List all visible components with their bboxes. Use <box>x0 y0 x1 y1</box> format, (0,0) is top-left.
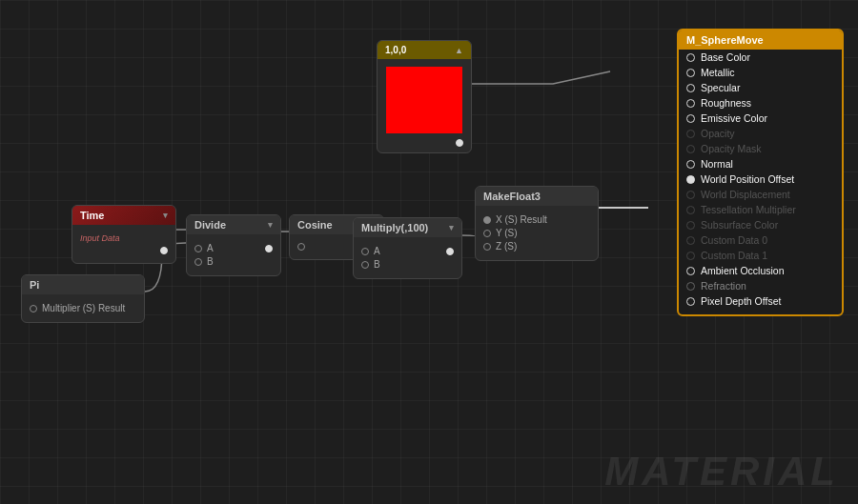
opacity-mask-pin <box>686 145 695 153</box>
tessellation-multiplier-label: Tessellation Multiplier <box>701 204 796 215</box>
makefloat3-y-label: Y (S) <box>496 228 518 238</box>
time-output-pin[interactable] <box>160 247 168 254</box>
panel-item-refraction[interactable]: Refraction <box>679 278 842 293</box>
opacity-pin <box>686 130 695 138</box>
time-chevron-icon: ▾ <box>163 211 168 220</box>
color-output-pin[interactable] <box>456 139 463 147</box>
pixel-depth-offset-label: Pixel Depth Offset <box>701 295 781 307</box>
pi-output-pin[interactable] <box>30 305 37 312</box>
pi-node-header: Pi <box>22 275 144 294</box>
divide-input-b-pin[interactable] <box>194 258 202 266</box>
multiply-node[interactable]: Multiply(,100) ▾ A B <box>353 217 462 279</box>
material-watermark: MATERIAL <box>604 449 839 494</box>
multiply-chevron-icon: ▾ <box>449 223 454 232</box>
time-node-subtitle: Input Data <box>80 233 120 243</box>
color-node-header: 1,0,0 ▲ <box>378 41 471 59</box>
subsurface-color-pin <box>686 221 695 230</box>
divide-node-title: Divide <box>194 219 226 231</box>
specular-pin <box>686 84 695 92</box>
makefloat3-x-output-pin[interactable] <box>483 216 491 224</box>
refraction-pin <box>686 282 695 291</box>
roughness-label: Roughness <box>701 97 751 109</box>
makefloat3-node-title: MakeFloat3 <box>483 191 541 202</box>
opacity-label: Opacity <box>701 128 735 139</box>
pi-node[interactable]: Pi Multiplier (S) Result <box>21 274 145 323</box>
makefloat3-y-output-pin[interactable] <box>483 230 491 237</box>
color-swatch <box>386 67 462 133</box>
refraction-label: Refraction <box>701 280 746 292</box>
makefloat3-z-output-pin[interactable] <box>483 243 491 251</box>
pi-node-title: Pi <box>30 279 39 291</box>
pixel-depth-offset-pin <box>686 297 695 306</box>
panel-item-opacity-mask[interactable]: Opacity Mask <box>679 141 842 156</box>
multiply-input-a-pin[interactable] <box>361 248 369 255</box>
multiply-node-header: Multiply(,100) ▾ <box>354 218 461 237</box>
panel-item-world-position-offset[interactable]: World Position Offset <box>679 171 842 187</box>
world-position-offset-pin <box>686 175 695 184</box>
cosine-node-title: Cosine <box>297 219 333 231</box>
emissive-color-pin <box>686 114 695 123</box>
panel-item-custom-data-1[interactable]: Custom Data 1 <box>679 248 842 263</box>
panel-item-opacity[interactable]: Opacity <box>679 126 842 141</box>
multiply-input-b-pin[interactable] <box>361 261 369 269</box>
divide-chevron-icon: ▾ <box>268 220 273 230</box>
specular-label: Specular <box>701 82 740 93</box>
normal-label: Normal <box>701 158 733 170</box>
time-node-header: Time ▾ <box>72 206 175 225</box>
tessellation-multiplier-pin <box>686 206 695 214</box>
roughness-pin <box>686 99 695 108</box>
cosine-input-pin[interactable] <box>297 243 305 251</box>
opacity-mask-label: Opacity Mask <box>701 143 762 154</box>
panel-item-base-color[interactable]: Base Color <box>679 50 842 65</box>
makefloat3-node[interactable]: MakeFloat3 X (S) Result Y (S) Z (S) <box>475 186 599 261</box>
emissive-color-label: Emissive Color <box>701 112 767 124</box>
metallic-label: Metallic <box>701 67 735 78</box>
makefloat3-z-label: Z (S) <box>496 241 517 252</box>
custom-data-0-label: Custom Data 0 <box>701 234 767 246</box>
material-panel-title: M_SphereMove <box>686 34 764 46</box>
watermark-text: MATERIAL <box>604 449 839 494</box>
panel-item-pixel-depth-offset[interactable]: Pixel Depth Offset <box>679 293 842 309</box>
divide-node[interactable]: Divide ▾ A B <box>186 214 281 276</box>
pi-output-label: Multiplier (S) Result <box>42 303 125 313</box>
time-node[interactable]: Time ▾ Input Data <box>72 205 176 264</box>
color-node[interactable]: 1,0,0 ▲ <box>377 40 472 153</box>
panel-item-world-displacement[interactable]: World Displacement <box>679 187 842 202</box>
panel-item-custom-data-0[interactable]: Custom Data 0 <box>679 232 842 248</box>
custom-data-1-label: Custom Data 1 <box>701 250 767 261</box>
panel-item-tessellation-multiplier[interactable]: Tessellation Multiplier <box>679 202 842 217</box>
world-displacement-label: World Displacement <box>701 189 790 200</box>
panel-item-emissive-color[interactable]: Emissive Color <box>679 111 842 126</box>
makefloat3-x-label: X (S) Result <box>496 214 547 225</box>
ambient-occlusion-label: Ambient Occlusion <box>701 265 785 276</box>
color-node-title: 1,0,0 <box>385 45 406 55</box>
panel-item-subsurface-color[interactable]: Subsurface Color <box>679 217 842 232</box>
multiply-output-pin[interactable] <box>446 248 454 255</box>
metallic-pin <box>686 69 695 77</box>
custom-data-1-pin <box>686 252 695 260</box>
world-position-offset-label: World Position Offset <box>701 173 794 185</box>
base-color-label: Base Color <box>701 51 750 63</box>
color-triangle-icon: ▲ <box>455 46 463 55</box>
multiply-node-title: Multiply(,100) <box>361 222 428 233</box>
panel-item-roughness[interactable]: Roughness <box>679 95 842 111</box>
panel-item-normal[interactable]: Normal <box>679 156 842 171</box>
subsurface-color-label: Subsurface Color <box>701 219 778 231</box>
material-panel: M_SphereMove Base Color Metallic Specula… <box>677 29 844 316</box>
panel-item-metallic[interactable]: Metallic <box>679 65 842 80</box>
custom-data-0-pin <box>686 236 695 245</box>
time-node-title: Time <box>80 210 104 221</box>
divide-input-a-pin[interactable] <box>194 245 202 252</box>
panel-item-ambient-occlusion[interactable]: Ambient Occlusion <box>679 263 842 278</box>
ambient-occlusion-pin <box>686 267 695 275</box>
divide-node-header: Divide ▾ <box>187 215 280 234</box>
panel-item-specular[interactable]: Specular <box>679 80 842 95</box>
divide-output-pin[interactable] <box>265 245 273 252</box>
normal-pin <box>686 160 695 169</box>
base-color-pin <box>686 53 695 62</box>
material-panel-header: M_SphereMove <box>679 30 842 50</box>
makefloat3-node-header: MakeFloat3 <box>476 187 598 206</box>
world-displacement-pin <box>686 191 695 199</box>
